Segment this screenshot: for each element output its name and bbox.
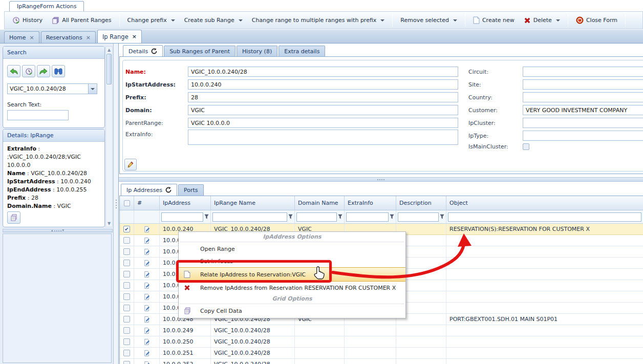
col-header-ipaddress[interactable]: IpAddress <box>160 196 211 210</box>
circuit-input[interactable] <box>523 67 643 77</box>
remove-selected-button[interactable]: Remove selected <box>397 15 461 26</box>
filter-input-description[interactable] <box>398 212 439 222</box>
sidebar-scrollbar[interactable]: ▲ ▼ <box>105 46 113 227</box>
col-header-hash[interactable]: # <box>134 196 160 210</box>
menu-item-open-range[interactable]: Open Range <box>179 243 405 255</box>
tab-home[interactable]: Home × <box>4 31 39 43</box>
actions-panel-tab[interactable]: IpRangeForm Actions <box>9 1 84 12</box>
tab-ports[interactable]: Ports <box>178 184 204 196</box>
ipcluster-input[interactable] <box>523 118 643 128</box>
row-checkbox[interactable] <box>123 260 130 266</box>
edit-page-icon[interactable] <box>143 260 150 267</box>
select-all-checkbox[interactable] <box>124 200 130 206</box>
edit-page-icon[interactable] <box>143 316 150 323</box>
delete-button[interactable]: Delete <box>520 15 564 26</box>
tab-reservations[interactable]: Reservations × <box>41 31 96 43</box>
edit-page-icon[interactable] <box>143 282 150 289</box>
edit-page-icon[interactable] <box>143 361 150 364</box>
refresh-icon[interactable] <box>165 187 172 193</box>
edit-page-icon[interactable] <box>143 305 150 312</box>
horizontal-splitter[interactable] <box>119 177 643 182</box>
splitter-expand-icon[interactable]: ▾ <box>62 229 65 232</box>
site-input[interactable] <box>523 79 643 90</box>
tab-extra-details[interactable]: Extra details <box>278 46 325 57</box>
filter-input-extrainfo[interactable] <box>346 212 389 222</box>
filter-input-domain[interactable] <box>296 212 337 222</box>
prefix-input[interactable] <box>188 92 458 102</box>
change-range-multi-button[interactable]: Change range to multiple ranges with pre… <box>248 15 389 26</box>
nav-back-button[interactable] <box>7 65 20 77</box>
table-row[interactable]: 10.0.0.251 VGIC_10.0.0.240/28 <box>120 348 643 359</box>
menu-item-remove-ipaddress[interactable]: Remove IpAddress from Reservation RESERV… <box>179 282 405 294</box>
col-header-extrainfo[interactable]: ExtraInfo <box>345 196 396 210</box>
extrainfo-input[interactable] <box>188 130 458 145</box>
create-sub-range-button[interactable]: Create sub Range <box>181 15 246 26</box>
country-input[interactable] <box>523 92 643 102</box>
edit-page-icon[interactable] <box>143 237 150 244</box>
edit-page-icon[interactable] <box>143 327 150 334</box>
sidebar-splitter[interactable]: ▴ ▾ <box>3 229 113 232</box>
menu-item-copy-cell-data[interactable]: Copy Cell Data <box>179 305 405 317</box>
col-header-object[interactable]: Object <box>446 196 643 210</box>
tab-sub-ranges-of-parent[interactable]: Sub Ranges of Parent <box>164 46 235 57</box>
edit-page-icon[interactable] <box>143 350 150 357</box>
change-prefix-button[interactable]: Change prefix <box>124 15 179 26</box>
row-checkbox[interactable] <box>123 271 130 277</box>
scroll-down-arrow[interactable]: ▼ <box>106 220 112 227</box>
row-checkbox[interactable] <box>123 282 130 289</box>
row-checkbox[interactable] <box>123 361 130 364</box>
row-checkbox[interactable] <box>123 305 130 311</box>
nav-forward-button[interactable] <box>37 65 50 77</box>
table-row[interactable]: 10.0.0.250 VGIC_10.0.0.240/28 <box>120 336 643 348</box>
ismaincluster-checkbox[interactable] <box>523 143 529 150</box>
row-checkbox[interactable] <box>123 237 130 244</box>
parentrange-input[interactable] <box>188 118 458 128</box>
filter-funnel-icon[interactable] <box>288 214 293 220</box>
filter-input-ipaddress[interactable] <box>161 212 203 222</box>
filter-funnel-icon[interactable] <box>338 214 342 220</box>
row-checkbox[interactable] <box>123 248 130 255</box>
name-input[interactable] <box>188 67 458 77</box>
filter-input-object[interactable] <box>448 212 641 222</box>
edit-page-icon[interactable] <box>143 271 150 278</box>
close-icon[interactable]: × <box>29 34 34 41</box>
scroll-up-arrow[interactable]: ▲ <box>106 47 112 53</box>
scrollbar-thumb[interactable] <box>106 54 112 84</box>
filter-funnel-icon[interactable] <box>204 214 209 220</box>
filter-funnel-icon[interactable] <box>390 214 394 220</box>
table-row[interactable]: 10.0.0.252 VGIC_10.0.0.240/28 <box>120 359 643 364</box>
col-header-iprange-name[interactable]: IpRange Name <box>211 196 295 210</box>
splitter-collapse-icon[interactable]: ▴ <box>51 229 53 232</box>
row-checkbox[interactable] <box>123 327 130 334</box>
filter-input-range[interactable] <box>212 212 287 222</box>
row-checkbox[interactable] <box>123 316 130 323</box>
all-parent-ranges-button[interactable]: All Parent Ranges <box>48 14 115 26</box>
col-header-domain-name[interactable]: Domain Name <box>295 196 345 210</box>
range-combobox-input[interactable] <box>7 83 88 94</box>
domain-input[interactable] <box>188 105 458 115</box>
filter-funnel-icon[interactable] <box>440 214 444 220</box>
row-checkbox[interactable]: ✔ <box>123 226 130 232</box>
edit-page-icon[interactable] <box>143 226 150 233</box>
row-checkbox[interactable] <box>123 350 130 356</box>
tab-ip-range[interactable]: Ip Range × <box>97 30 142 43</box>
copy-details-button[interactable] <box>7 211 20 224</box>
combobox-dropdown-button[interactable] <box>88 83 97 94</box>
row-checkbox[interactable] <box>123 293 130 300</box>
edit-page-icon[interactable] <box>143 248 150 255</box>
close-form-button[interactable]: Close Form <box>572 14 621 26</box>
tab-ip-addresses[interactable]: Ip Addresses <box>121 184 177 196</box>
find-button[interactable] <box>52 65 65 77</box>
range-combobox[interactable] <box>7 83 97 94</box>
close-icon[interactable]: × <box>132 33 137 40</box>
tab-details[interactable]: Details <box>123 45 163 57</box>
col-header-description[interactable]: Description <box>396 196 446 210</box>
customer-input[interactable] <box>523 105 643 115</box>
history-button[interactable]: History <box>9 14 46 26</box>
edit-page-icon[interactable] <box>143 293 150 301</box>
create-new-button[interactable]: Create new <box>469 14 518 26</box>
ipstartaddress-input[interactable] <box>188 79 458 90</box>
edit-page-icon[interactable] <box>143 338 150 346</box>
close-icon[interactable]: × <box>86 34 91 41</box>
table-row[interactable]: 10.0.0.249 VGIC_10.0.0.240/28 <box>120 325 643 336</box>
